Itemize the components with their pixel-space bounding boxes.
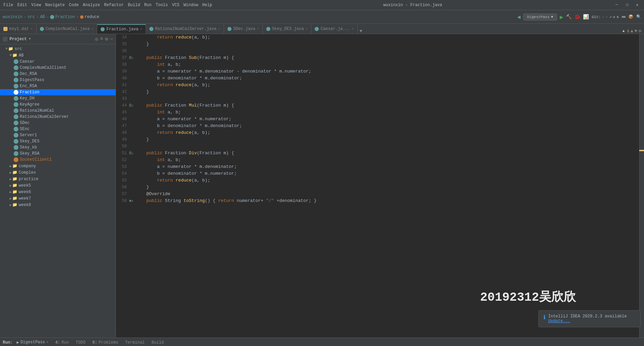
tab-close-sdec[interactable]: × — [257, 27, 259, 31]
notification-update-link[interactable]: Update... — [548, 319, 627, 324]
menu-help[interactable]: Help — [202, 3, 212, 7]
run-icon[interactable]: ▶ — [560, 13, 564, 21]
tab-close-skeydes[interactable]: × — [305, 27, 308, 31]
sidebar-settings-icon[interactable]: ⚙ — [105, 36, 108, 42]
tree-item-week8[interactable]: ▶ 📁 week8 — [0, 202, 116, 208]
tree-item-skeykb[interactable]: Skey_kb — [0, 144, 116, 151]
more-tabs-button[interactable]: ▼ — [358, 29, 364, 34]
git-push-icon[interactable]: ↗ — [609, 15, 612, 19]
git-check1-icon[interactable]: ✓ — [602, 15, 604, 19]
tree-item-encrsa[interactable]: Enc_RSA — [0, 83, 116, 89]
tab-complexnumcal[interactable]: ComplexNumCal.java × — [36, 24, 98, 34]
bottom-tab-digestpass[interactable]: ▶ DigestPass × — [14, 339, 51, 346]
fold-marker-51[interactable]: △ — [131, 150, 133, 157]
sidebar-locate-icon[interactable]: ◎ — [95, 36, 98, 42]
tree-item-decrsa[interactable]: Dec_RSA — [0, 71, 116, 77]
build-icon[interactable]: 🔨 — [566, 14, 572, 20]
tree-item-complex[interactable]: ▶ 📁 Complex — [0, 169, 116, 176]
bottom-tab-problems[interactable]: 6: Problems — [90, 339, 121, 346]
tab-close-digestpass[interactable]: × — [46, 341, 48, 344]
tree-item-week6[interactable]: ▶ 📁 week6 — [0, 189, 116, 195]
tab-rationalnumcalserver[interactable]: RationalNumCalServer.java × — [146, 24, 224, 34]
tab-sdec[interactable]: SDec.java × — [224, 24, 263, 34]
digestpass-dropdown[interactable]: DigestPass ▼ — [523, 14, 557, 20]
fold-marker-37[interactable]: △ — [131, 54, 133, 61]
coverage-icon[interactable]: 📊 — [583, 14, 589, 20]
breadcrumb-fraction[interactable]: Fraction — [50, 15, 75, 19]
nav-back-icon[interactable]: ◀ — [517, 14, 521, 20]
tree-item-fraction[interactable]: Fraction — [0, 89, 116, 95]
menu-run[interactable]: Run — [144, 3, 152, 7]
tab-fraction[interactable]: Fraction.java × — [97, 24, 146, 34]
git-check2-icon[interactable]: ✓ — [606, 15, 608, 19]
tab-close-caesar[interactable]: × — [352, 27, 354, 31]
tree-item-server1[interactable]: Server1 — [0, 132, 116, 138]
shelf-icon[interactable]: 📦 — [628, 14, 633, 19]
tree-item-week5[interactable]: ▶ 📁 week5 — [0, 182, 116, 189]
rollback-icon[interactable]: ⏮ — [621, 14, 626, 19]
tree-item-socketclient1[interactable]: SocketClient1 — [0, 157, 116, 163]
breadcrumb-ab[interactable]: AB — [40, 15, 45, 19]
menu-code[interactable]: Code — [69, 3, 79, 7]
breadcrumb-src[interactable]: src — [28, 15, 35, 19]
menu-tools[interactable]: Tools — [156, 3, 168, 7]
tree-item-src[interactable]: ▼ 📁 src — [0, 46, 116, 52]
tree-item-rationalnumcalserver[interactable]: RationalNumCalServer — [0, 114, 116, 120]
debug-icon[interactable]: 🐞 — [574, 14, 580, 20]
minimize-button[interactable]: — — [613, 2, 620, 7]
tab-close-rationalnumcalserver[interactable]: × — [218, 27, 220, 31]
tree-item-week7[interactable]: ▶ 📁 week7 — [0, 195, 116, 202]
tree-item-ab[interactable]: ▼ 📁 AB — [0, 52, 116, 59]
menu-window[interactable]: Window — [183, 3, 198, 7]
line-gutter-48 — [128, 129, 134, 136]
sidebar-dropdown-icon[interactable]: ▼ — [29, 37, 31, 41]
maximize-button[interactable]: ❐ — [624, 2, 630, 7]
code-editor[interactable]: 34 return reduce(a, b); 35 } 36 — [116, 34, 644, 337]
git-history-icon[interactable]: ↺ — [613, 15, 615, 19]
tree-item-company[interactable]: ▶ 📁 company — [0, 163, 116, 169]
sidebar-hide-icon[interactable]: — — [110, 36, 113, 42]
tree-item-keydh[interactable]: Key_DH — [0, 95, 116, 101]
search-everywhere-icon[interactable]: 🔍 — [636, 14, 641, 19]
git-merge-icon[interactable]: ⇅ — [616, 15, 619, 19]
menu-analyze[interactable]: Analyze — [83, 3, 100, 7]
tab-close-fraction[interactable]: × — [140, 28, 142, 31]
tab-close-complexnumcal[interactable]: × — [91, 27, 93, 31]
menu-file[interactable]: File — [3, 3, 13, 7]
tree-item-skeyrsa[interactable]: Skey_RSA — [0, 151, 116, 157]
tab-key1dat[interactable]: key1.dat × — [0, 24, 36, 34]
tab-close-key1dat[interactable]: × — [31, 27, 33, 31]
tree-item-rationalnumcal[interactable]: RationalNumCal — [0, 108, 116, 114]
tree-item-digestpass[interactable]: DigestPass — [0, 77, 116, 83]
bottom-tab-todo[interactable]: TODO — [73, 339, 88, 346]
menu-edit[interactable]: Edit — [17, 3, 27, 7]
tree-item-sdec[interactable]: SDec — [0, 120, 116, 126]
bottom-tab-build[interactable]: Build — [149, 339, 167, 346]
menu-refactor[interactable]: Refactor — [104, 3, 124, 7]
breadcrumb-project[interactable]: wuxinxin — [3, 15, 23, 19]
tree-item-senc[interactable]: SEnc — [0, 126, 116, 132]
sidebar-collapse-icon[interactable]: ≡ — [100, 36, 103, 42]
expand-editor-icon[interactable]: ▼ — [634, 29, 637, 34]
collapse-editor-icon[interactable]: ▲ — [631, 29, 633, 34]
tab-skeydes[interactable]: Skey_DES.java × — [263, 24, 312, 34]
fold-marker-44[interactable]: △ — [131, 102, 133, 109]
tree-item-keyagree[interactable]: KeyAgree — [0, 101, 116, 108]
tab-caesar[interactable]: Caesar.ja... × — [311, 24, 357, 34]
close-button[interactable]: ✕ — [634, 2, 641, 7]
menu-navigate[interactable]: Navigate — [45, 3, 65, 7]
tree-item-practice[interactable]: ▶ 📁 practice — [0, 176, 116, 182]
menu-build[interactable]: Build — [128, 3, 140, 7]
code-line-44: 44 @ △ public Fraction Mul(Fraction m) { — [116, 102, 639, 109]
code-line-39: 39 a = numerator * m.denominator - denom… — [116, 68, 639, 75]
bottom-tab-run[interactable]: 4: Run — [53, 339, 72, 346]
tree-item-caesar[interactable]: Caesar — [0, 59, 116, 65]
settings-editor-icon[interactable]: ⚙ — [639, 28, 641, 34]
menu-view[interactable]: View — [31, 3, 41, 7]
bottom-tab-terminal[interactable]: Terminal — [122, 339, 148, 346]
warnings-badge[interactable]: ▲ 1 — [623, 29, 629, 33]
tree-item-complexnumcalclient[interactable]: ComplexNumCalClient — [0, 65, 116, 71]
menu-vcs[interactable]: VCS — [172, 3, 180, 7]
breadcrumb-reduce[interactable]: reduce — [80, 15, 99, 19]
tree-item-skeydes[interactable]: Skey_DES — [0, 138, 116, 144]
